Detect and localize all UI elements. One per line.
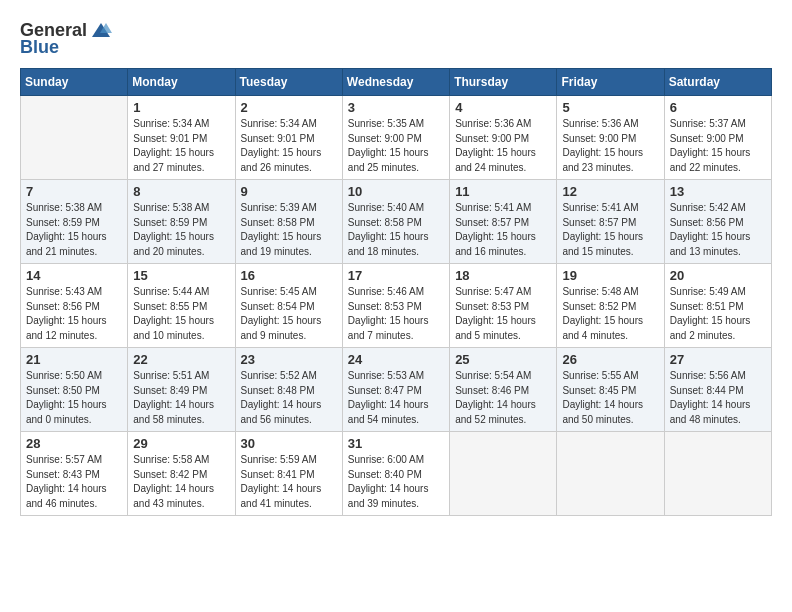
day-info: Sunrise: 5:55 AM Sunset: 8:45 PM Dayligh…: [562, 369, 658, 427]
day-number: 25: [455, 352, 551, 367]
day-number: 5: [562, 100, 658, 115]
day-number: 29: [133, 436, 229, 451]
day-info: Sunrise: 5:40 AM Sunset: 8:58 PM Dayligh…: [348, 201, 444, 259]
calendar-cell: 5Sunrise: 5:36 AM Sunset: 9:00 PM Daylig…: [557, 96, 664, 180]
calendar-cell: 7Sunrise: 5:38 AM Sunset: 8:59 PM Daylig…: [21, 180, 128, 264]
calendar-cell: 22Sunrise: 5:51 AM Sunset: 8:49 PM Dayli…: [128, 348, 235, 432]
calendar-cell: 18Sunrise: 5:47 AM Sunset: 8:53 PM Dayli…: [450, 264, 557, 348]
day-number: 27: [670, 352, 766, 367]
week-row-5: 28Sunrise: 5:57 AM Sunset: 8:43 PM Dayli…: [21, 432, 772, 516]
day-info: Sunrise: 5:54 AM Sunset: 8:46 PM Dayligh…: [455, 369, 551, 427]
day-info: Sunrise: 5:53 AM Sunset: 8:47 PM Dayligh…: [348, 369, 444, 427]
day-number: 3: [348, 100, 444, 115]
calendar-cell: 14Sunrise: 5:43 AM Sunset: 8:56 PM Dayli…: [21, 264, 128, 348]
day-info: Sunrise: 5:39 AM Sunset: 8:58 PM Dayligh…: [241, 201, 337, 259]
day-info: Sunrise: 5:36 AM Sunset: 9:00 PM Dayligh…: [455, 117, 551, 175]
page-header: General Blue: [20, 20, 772, 58]
day-number: 14: [26, 268, 122, 283]
day-info: Sunrise: 5:56 AM Sunset: 8:44 PM Dayligh…: [670, 369, 766, 427]
calendar-cell: 17Sunrise: 5:46 AM Sunset: 8:53 PM Dayli…: [342, 264, 449, 348]
day-info: Sunrise: 5:51 AM Sunset: 8:49 PM Dayligh…: [133, 369, 229, 427]
day-info: Sunrise: 5:46 AM Sunset: 8:53 PM Dayligh…: [348, 285, 444, 343]
logo-blue-text: Blue: [20, 37, 59, 58]
day-number: 24: [348, 352, 444, 367]
day-header-monday: Monday: [128, 69, 235, 96]
day-number: 26: [562, 352, 658, 367]
day-info: Sunrise: 5:41 AM Sunset: 8:57 PM Dayligh…: [562, 201, 658, 259]
day-number: 6: [670, 100, 766, 115]
calendar-cell: 2Sunrise: 5:34 AM Sunset: 9:01 PM Daylig…: [235, 96, 342, 180]
day-number: 7: [26, 184, 122, 199]
day-info: Sunrise: 5:36 AM Sunset: 9:00 PM Dayligh…: [562, 117, 658, 175]
day-info: Sunrise: 5:50 AM Sunset: 8:50 PM Dayligh…: [26, 369, 122, 427]
day-header-thursday: Thursday: [450, 69, 557, 96]
calendar-cell: 12Sunrise: 5:41 AM Sunset: 8:57 PM Dayli…: [557, 180, 664, 264]
week-row-2: 7Sunrise: 5:38 AM Sunset: 8:59 PM Daylig…: [21, 180, 772, 264]
day-info: Sunrise: 5:41 AM Sunset: 8:57 PM Dayligh…: [455, 201, 551, 259]
day-info: Sunrise: 5:49 AM Sunset: 8:51 PM Dayligh…: [670, 285, 766, 343]
day-info: Sunrise: 5:47 AM Sunset: 8:53 PM Dayligh…: [455, 285, 551, 343]
day-number: 15: [133, 268, 229, 283]
day-number: 11: [455, 184, 551, 199]
calendar-cell: 6Sunrise: 5:37 AM Sunset: 9:00 PM Daylig…: [664, 96, 771, 180]
calendar-cell: 27Sunrise: 5:56 AM Sunset: 8:44 PM Dayli…: [664, 348, 771, 432]
day-info: Sunrise: 5:38 AM Sunset: 8:59 PM Dayligh…: [133, 201, 229, 259]
calendar-cell: 30Sunrise: 5:59 AM Sunset: 8:41 PM Dayli…: [235, 432, 342, 516]
day-header-wednesday: Wednesday: [342, 69, 449, 96]
calendar-cell: 8Sunrise: 5:38 AM Sunset: 8:59 PM Daylig…: [128, 180, 235, 264]
day-info: Sunrise: 5:35 AM Sunset: 9:00 PM Dayligh…: [348, 117, 444, 175]
calendar-cell: 23Sunrise: 5:52 AM Sunset: 8:48 PM Dayli…: [235, 348, 342, 432]
calendar-cell: 3Sunrise: 5:35 AM Sunset: 9:00 PM Daylig…: [342, 96, 449, 180]
calendar-cell: 16Sunrise: 5:45 AM Sunset: 8:54 PM Dayli…: [235, 264, 342, 348]
day-number: 1: [133, 100, 229, 115]
day-header-friday: Friday: [557, 69, 664, 96]
week-row-4: 21Sunrise: 5:50 AM Sunset: 8:50 PM Dayli…: [21, 348, 772, 432]
calendar-cell: 19Sunrise: 5:48 AM Sunset: 8:52 PM Dayli…: [557, 264, 664, 348]
calendar-cell: [557, 432, 664, 516]
calendar-cell: 4Sunrise: 5:36 AM Sunset: 9:00 PM Daylig…: [450, 96, 557, 180]
day-number: 31: [348, 436, 444, 451]
day-number: 4: [455, 100, 551, 115]
day-info: Sunrise: 5:34 AM Sunset: 9:01 PM Dayligh…: [241, 117, 337, 175]
day-number: 28: [26, 436, 122, 451]
day-header-row: SundayMondayTuesdayWednesdayThursdayFrid…: [21, 69, 772, 96]
day-number: 2: [241, 100, 337, 115]
day-info: Sunrise: 5:59 AM Sunset: 8:41 PM Dayligh…: [241, 453, 337, 511]
calendar-cell: 29Sunrise: 5:58 AM Sunset: 8:42 PM Dayli…: [128, 432, 235, 516]
day-number: 12: [562, 184, 658, 199]
calendar-cell: 9Sunrise: 5:39 AM Sunset: 8:58 PM Daylig…: [235, 180, 342, 264]
day-info: Sunrise: 5:37 AM Sunset: 9:00 PM Dayligh…: [670, 117, 766, 175]
day-info: Sunrise: 5:58 AM Sunset: 8:42 PM Dayligh…: [133, 453, 229, 511]
day-info: Sunrise: 5:34 AM Sunset: 9:01 PM Dayligh…: [133, 117, 229, 175]
calendar-cell: 31Sunrise: 6:00 AM Sunset: 8:40 PM Dayli…: [342, 432, 449, 516]
day-number: 18: [455, 268, 551, 283]
calendar-cell: 10Sunrise: 5:40 AM Sunset: 8:58 PM Dayli…: [342, 180, 449, 264]
day-info: Sunrise: 5:43 AM Sunset: 8:56 PM Dayligh…: [26, 285, 122, 343]
day-info: Sunrise: 6:00 AM Sunset: 8:40 PM Dayligh…: [348, 453, 444, 511]
day-info: Sunrise: 5:48 AM Sunset: 8:52 PM Dayligh…: [562, 285, 658, 343]
day-number: 9: [241, 184, 337, 199]
day-info: Sunrise: 5:57 AM Sunset: 8:43 PM Dayligh…: [26, 453, 122, 511]
calendar-cell: 28Sunrise: 5:57 AM Sunset: 8:43 PM Dayli…: [21, 432, 128, 516]
calendar-cell: 25Sunrise: 5:54 AM Sunset: 8:46 PM Dayli…: [450, 348, 557, 432]
calendar-cell: 20Sunrise: 5:49 AM Sunset: 8:51 PM Dayli…: [664, 264, 771, 348]
day-number: 30: [241, 436, 337, 451]
logo-icon: [90, 21, 112, 41]
calendar-cell: 11Sunrise: 5:41 AM Sunset: 8:57 PM Dayli…: [450, 180, 557, 264]
day-number: 19: [562, 268, 658, 283]
calendar-cell: [664, 432, 771, 516]
calendar-cell: [21, 96, 128, 180]
day-number: 10: [348, 184, 444, 199]
logo: General Blue: [20, 20, 113, 58]
calendar-cell: 24Sunrise: 5:53 AM Sunset: 8:47 PM Dayli…: [342, 348, 449, 432]
day-info: Sunrise: 5:44 AM Sunset: 8:55 PM Dayligh…: [133, 285, 229, 343]
day-number: 21: [26, 352, 122, 367]
calendar-cell: 1Sunrise: 5:34 AM Sunset: 9:01 PM Daylig…: [128, 96, 235, 180]
calendar-cell: 21Sunrise: 5:50 AM Sunset: 8:50 PM Dayli…: [21, 348, 128, 432]
day-number: 23: [241, 352, 337, 367]
day-number: 16: [241, 268, 337, 283]
day-info: Sunrise: 5:45 AM Sunset: 8:54 PM Dayligh…: [241, 285, 337, 343]
calendar-table: SundayMondayTuesdayWednesdayThursdayFrid…: [20, 68, 772, 516]
calendar-cell: 13Sunrise: 5:42 AM Sunset: 8:56 PM Dayli…: [664, 180, 771, 264]
calendar-cell: [450, 432, 557, 516]
